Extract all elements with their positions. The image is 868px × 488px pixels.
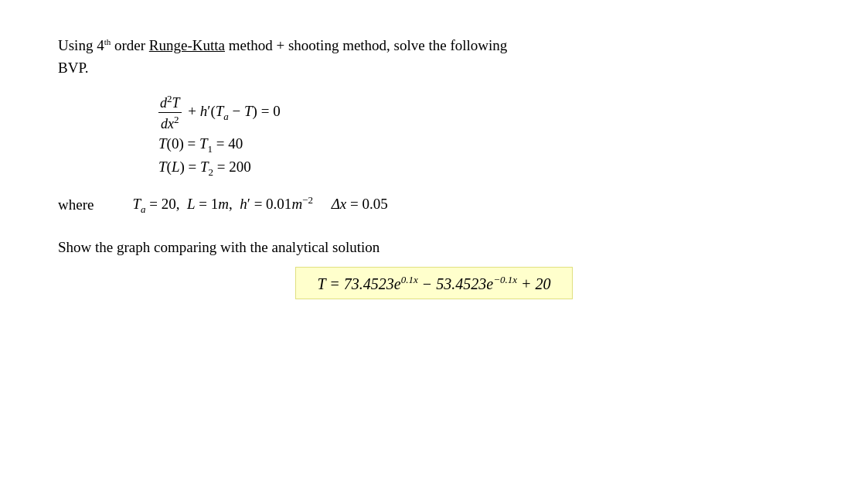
analytical-solution-block: T = 73.4523e0.1x − 53.4523e−0.1x + 20 <box>58 267 810 300</box>
intro-paragraph: Using 4th order Runge-Kutta method + sho… <box>58 35 810 79</box>
equation-2-text: T(0) = T1 = 40 <box>158 135 243 155</box>
superscript-th: th <box>104 37 111 46</box>
where-content: Ta = 20, L = 1m, h′ = 0.01m−2 Δx = 0.05 <box>132 194 387 216</box>
intro-text-part1: Using 4th order Runge-Kutta method + sho… <box>58 37 507 53</box>
ta-symbol: Ta <box>132 196 145 212</box>
runge-kutta-text: Runge-Kutta <box>149 37 225 53</box>
equation-2: T(0) = T1 = 40 <box>158 135 810 155</box>
intro-text-bvp: BVP. <box>58 60 89 76</box>
equation-block: d2T dx2 + h′(Ta − T) = 0 T(0) = T1 = 40 … <box>158 93 810 179</box>
formula-box: T = 73.4523e0.1x − 53.4523e−0.1x + 20 <box>295 267 574 300</box>
l-symbol: L <box>187 196 196 212</box>
show-graph-text: Show the graph comparing with the analyt… <box>58 239 810 256</box>
equation-1: d2T dx2 + h′(Ta − T) = 0 <box>158 93 810 132</box>
equation-3: T(L) = T2 = 200 <box>158 159 810 179</box>
formula-e2: e <box>486 275 493 292</box>
equation-1-rest: + h′(Ta − T) = 0 <box>185 103 281 123</box>
fraction-denominator: dx2 <box>159 113 181 132</box>
show-graph-label: Show the graph comparing with the analyt… <box>58 239 380 255</box>
page: Using 4th order Runge-Kutta method + sho… <box>0 0 868 488</box>
formula-T: T <box>318 275 326 292</box>
fraction-numerator: d2T <box>158 93 182 113</box>
fraction-d2T-dx2: d2T dx2 <box>158 93 182 132</box>
where-line: where Ta = 20, L = 1m, h′ = 0.01m−2 Δx =… <box>58 194 810 216</box>
where-label: where <box>58 196 94 213</box>
formula-e1: e <box>394 275 401 292</box>
equation-3-text: T(L) = T2 = 200 <box>158 159 251 179</box>
